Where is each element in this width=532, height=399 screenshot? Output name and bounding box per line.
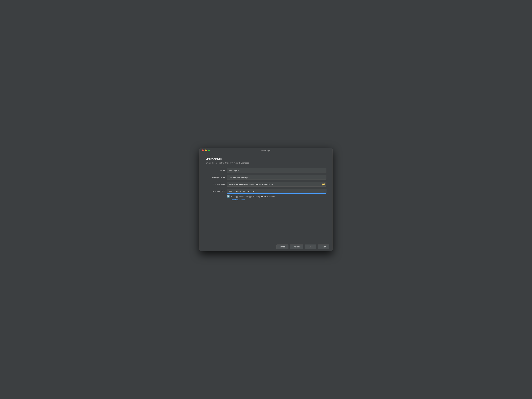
form-fields: Name Package name Save location 📁 bbox=[206, 168, 326, 203]
window-title: New Project bbox=[261, 149, 271, 151]
info-icon: ℹ️ bbox=[227, 195, 230, 198]
titlebar: New Project bbox=[200, 148, 332, 153]
sdk-info-text-block: Your app will run on approximately 99.3%… bbox=[231, 195, 276, 201]
info-prefix: Your app will run on approximately bbox=[231, 195, 261, 198]
previous-button[interactable]: Previous bbox=[290, 244, 303, 249]
save-location-row: Save location 📁 bbox=[206, 182, 326, 187]
finish-button[interactable]: Finish bbox=[317, 244, 329, 249]
package-row: Package name bbox=[206, 175, 326, 180]
form-content: Empty Activity Create a new empty activi… bbox=[200, 153, 332, 242]
name-input[interactable] bbox=[227, 168, 326, 173]
section-title: Empty Activity bbox=[206, 158, 326, 160]
cancel-button[interactable]: Cancel bbox=[276, 244, 288, 249]
info-percentage: 99.3% bbox=[261, 195, 266, 198]
section-description: Create a new empty activity with Jetpack… bbox=[206, 162, 326, 164]
info-suffix: of devices. bbox=[266, 195, 276, 198]
sdk-right: API 21: Android 5.0 (Lollipop) API 22: A… bbox=[227, 189, 326, 201]
maximize-button[interactable] bbox=[208, 150, 210, 151]
next-button: Next bbox=[304, 244, 317, 249]
folder-icon: 📁 bbox=[322, 183, 325, 186]
save-location-wrapper: 📁 bbox=[227, 182, 326, 187]
save-location-input[interactable] bbox=[227, 182, 326, 187]
package-input[interactable] bbox=[227, 175, 326, 180]
help-me-choose-link[interactable]: Help me choose bbox=[231, 199, 276, 201]
name-label: Name bbox=[206, 169, 225, 171]
browse-folder-button[interactable]: 📁 bbox=[322, 183, 325, 186]
minimize-button[interactable] bbox=[205, 150, 207, 151]
close-button[interactable] bbox=[202, 150, 204, 151]
new-project-window: New Project Empty Activity Create a new … bbox=[200, 148, 332, 251]
sdk-info-row: ℹ️ Your app will run on approximately 99… bbox=[227, 195, 326, 201]
name-row: Name bbox=[206, 168, 326, 173]
package-label: Package name bbox=[206, 176, 225, 178]
save-location-label: Save location bbox=[206, 183, 225, 185]
bottom-bar: Cancel Previous Next Finish bbox=[200, 242, 332, 251]
sdk-info-text: Your app will run on approximately 99.3%… bbox=[231, 195, 276, 198]
traffic-lights bbox=[202, 150, 210, 151]
sdk-select-wrapper: API 21: Android 5.0 (Lollipop) API 22: A… bbox=[227, 189, 326, 194]
sdk-row: Minimum SDK API 21: Android 5.0 (Lollipo… bbox=[206, 189, 326, 201]
sdk-label: Minimum SDK bbox=[206, 189, 225, 192]
sdk-select[interactable]: API 21: Android 5.0 (Lollipop) API 22: A… bbox=[227, 189, 326, 194]
